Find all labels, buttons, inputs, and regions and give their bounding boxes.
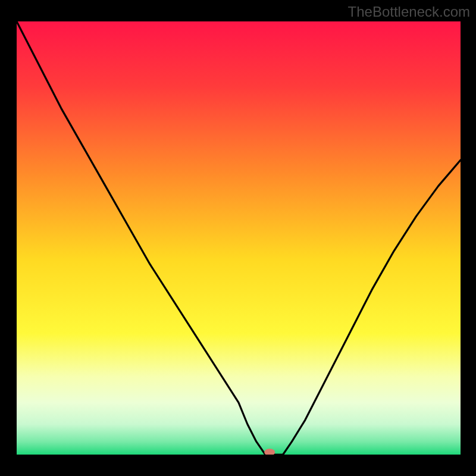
plot-area	[17, 21, 461, 455]
chart-frame: TheBottleneck.com	[0, 0, 476, 476]
watermark-label: TheBottleneck.com	[348, 4, 470, 20]
chart-svg	[17, 21, 461, 455]
gradient-background	[17, 21, 461, 455]
